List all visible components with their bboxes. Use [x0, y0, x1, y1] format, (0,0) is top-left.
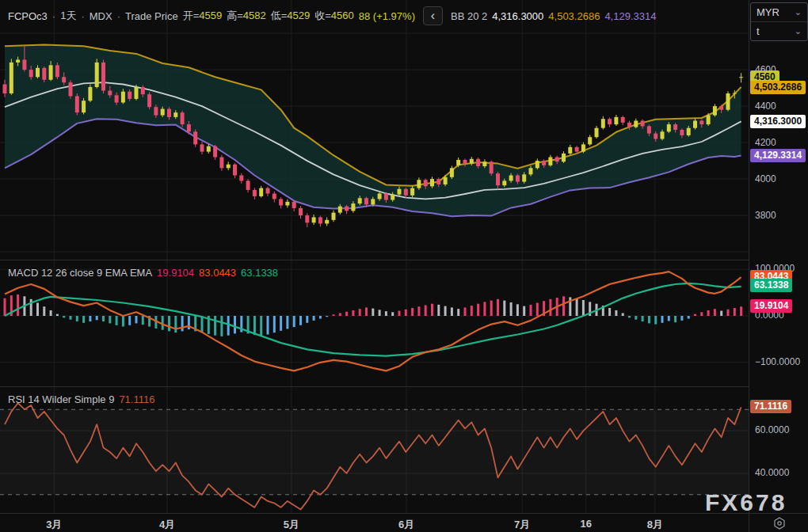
price-legend: FCPOc3 · 1天 · MDX · Trade Price 开=4559 高…	[8, 6, 656, 25]
macd-axis-tick: −100.0000	[755, 355, 800, 368]
time-axis-label: 7月	[514, 518, 530, 532]
rsi-indicator-title[interactable]: RSI 14 Wilder Simple 9	[8, 393, 114, 405]
rsi-value: 71.1116	[119, 393, 154, 405]
rsi-legend: RSI 14 Wilder Simple 9 71.1116	[8, 393, 154, 405]
bb-upper-value: 4,503.2686	[548, 10, 600, 22]
fx678-watermark: FX678	[705, 489, 787, 516]
time-axis-label: 6月	[398, 518, 414, 532]
price-price-badge: 4,503.2686	[750, 81, 806, 94]
ohlc-low: 低=4529	[271, 9, 311, 23]
macd-indicator-title[interactable]: MACD 12 26 close 9 EMA EMA	[8, 267, 152, 279]
price-axis-tick: 4200	[755, 136, 776, 149]
interval-label[interactable]: 1天	[60, 9, 76, 23]
time-axis-label: 4月	[159, 518, 175, 532]
macd-pane[interactable]: MACD 12 26 close 9 EMA EMA 19.9104 83.04…	[0, 260, 749, 387]
rsi-axis-tick: 60.0000	[755, 424, 789, 436]
macd-legend: MACD 12 26 close 9 EMA EMA 19.9104 83.04…	[8, 267, 278, 279]
macd-signal-value: 63.1338	[241, 267, 278, 279]
price-scale-column[interactable]: 4600440042004000380045604,503.26864,316.…	[749, 0, 808, 532]
macd-price-badge: 19.9104	[750, 299, 792, 313]
macd-pane-canvas[interactable]	[0, 260, 749, 387]
currency-selector[interactable]: MYR ⌄	[751, 3, 807, 21]
time-axis-label: 5月	[284, 518, 299, 532]
price-price-badge: 4,129.3314	[750, 149, 806, 162]
price-axis-tick: 4400	[755, 100, 776, 112]
exchange-label: MDX	[90, 10, 112, 22]
price-price-badge: 4,316.3000	[750, 115, 806, 128]
scale-unit-selectors: MYR ⌄ t ⌄	[750, 2, 808, 41]
macd-hist-value: 19.9104	[157, 267, 194, 279]
ohlc-open: 开=4559	[183, 9, 223, 23]
collapse-legend-button[interactable]: ‹	[423, 6, 443, 25]
time-axis[interactable]: 3月4月5月6月7月168月	[0, 513, 749, 532]
ohlc-close: 收=4560	[314, 9, 354, 23]
ohlc-high: 高=4582	[227, 9, 266, 23]
time-axis-label: 3月	[46, 518, 62, 532]
chevron-down-icon: ⌄	[795, 7, 802, 17]
rsi-pane-canvas[interactable]	[0, 387, 749, 514]
bb-lower-value: 4,129.3314	[604, 10, 656, 22]
price-pane-canvas[interactable]	[0, 0, 749, 260]
bb-indicator-title[interactable]: BB 20 2	[451, 10, 487, 22]
time-axis-label: 8月	[647, 518, 663, 532]
series-type-label: Trade Price	[125, 10, 178, 22]
trading-chart-app: FCPOc3 · 1天 · MDX · Trade Price 开=4559 高…	[0, 0, 808, 532]
price-axis-tick: 4000	[755, 173, 776, 185]
unit-selector[interactable]: t ⌄	[751, 21, 807, 40]
change-value: 88 (+1.97%)	[359, 10, 415, 22]
price-pane[interactable]: FCPOc3 · 1天 · MDX · Trade Price 开=4559 高…	[0, 0, 749, 260]
time-axis-label: 16	[580, 518, 591, 530]
bb-mid-value: 4,316.3000	[492, 10, 543, 22]
macd-price-badge: 63.1338	[750, 279, 792, 292]
macd-line-value: 83.0443	[199, 267, 236, 279]
price-axis-tick: 3800	[755, 209, 776, 222]
chart-column: FCPOc3 · 1天 · MDX · Trade Price 开=4559 高…	[0, 0, 749, 532]
settings-icon[interactable]	[773, 517, 786, 530]
rsi-price-badge: 71.1116	[750, 400, 791, 413]
rsi-pane[interactable]: RSI 14 Wilder Simple 9 71.1116	[0, 386, 749, 514]
symbol-name[interactable]: FCPOc3	[8, 10, 48, 22]
rsi-axis-tick: 40.0000	[755, 466, 789, 479]
chevron-down-icon: ⌄	[795, 26, 802, 36]
